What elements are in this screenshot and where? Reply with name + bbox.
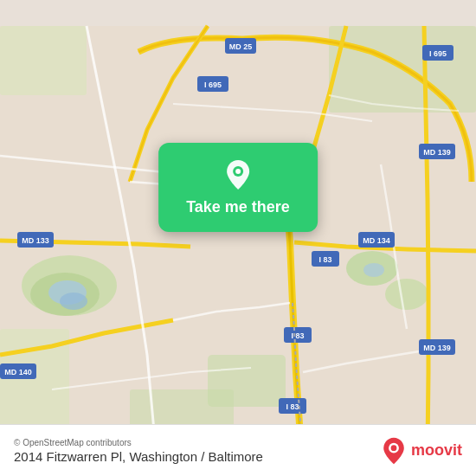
svg-rect-6: [0, 26, 87, 95]
svg-text:MD 139: MD 139: [423, 344, 451, 352]
svg-text:I 83: I 83: [318, 255, 331, 264]
svg-text:MD 139: MD 139: [423, 148, 451, 157]
moovit-brand-text: moovit: [411, 441, 462, 460]
take-me-there-button[interactable]: Take me there: [158, 143, 318, 232]
svg-text:MD 134: MD 134: [363, 236, 390, 245]
bottom-bar: © OpenStreetMap contributors 2014 Fitzwa…: [0, 424, 476, 476]
svg-point-40: [391, 445, 397, 451]
svg-text:I 695: I 695: [429, 49, 447, 58]
svg-point-5: [385, 279, 428, 310]
svg-text:MD 140: MD 140: [4, 368, 32, 376]
moovit-pin-icon: [380, 437, 408, 465]
svg-text:MD 133: MD 133: [22, 236, 49, 245]
button-label: Take me there: [186, 198, 290, 216]
svg-text:I 83: I 83: [286, 402, 299, 411]
svg-text:I 695: I 695: [204, 80, 222, 89]
svg-point-38: [235, 169, 241, 174]
map-container: I 695 I 695 MD 25 MD 133 MD 134 MD 139 M…: [0, 0, 476, 476]
location-pin-icon: [222, 158, 254, 191]
svg-point-12: [363, 263, 384, 277]
svg-text:MD 25: MD 25: [229, 42, 253, 51]
moovit-logo[interactable]: moovit: [380, 437, 462, 465]
address-section: © OpenStreetMap contributors 2014 Fitzwa…: [14, 438, 263, 464]
map-copyright: © OpenStreetMap contributors: [14, 438, 263, 447]
svg-text:I 83: I 83: [291, 331, 304, 340]
location-address: 2014 Fitzwarren Pl, Washington / Baltimo…: [14, 449, 263, 464]
svg-point-11: [60, 293, 87, 310]
